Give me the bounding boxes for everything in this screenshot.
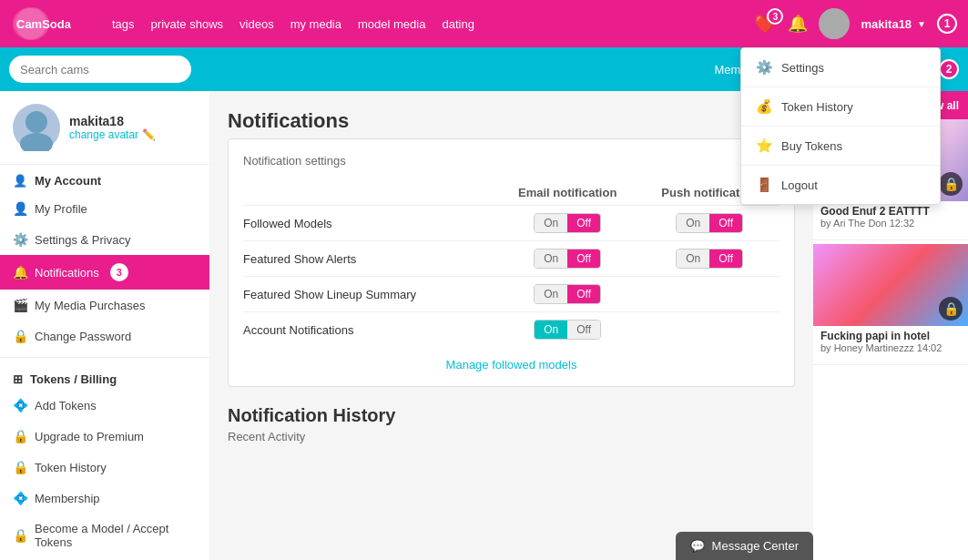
followed-models-email-toggle[interactable]: On Off (534, 213, 601, 233)
page-title: Notifications (228, 109, 795, 133)
main-nav: tags private shows videos my media model… (112, 17, 474, 31)
edit-icon: ✏️ (142, 128, 156, 141)
avatar (819, 8, 850, 39)
featured-lineup-email-toggle[interactable]: On Off (534, 284, 601, 304)
search-input[interactable] (9, 56, 191, 83)
sidebar-password-label: Change Password (35, 330, 131, 343)
dropdown-settings[interactable]: ⚙️ Settings (741, 48, 940, 87)
diamond-icon: 💠 (13, 398, 27, 412)
dropdown-token-history[interactable]: 💰 Token History (741, 87, 940, 127)
email-off-btn[interactable]: Off (567, 321, 600, 339)
lock2-icon: 🔒 (13, 429, 27, 443)
push-off-btn[interactable]: Off (709, 249, 742, 268)
lock-icon-2: 🔒 (939, 297, 963, 321)
logo[interactable]: CamSoda (11, 6, 97, 41)
sidebar-item-become-model[interactable]: 🔒 Become a Model / Accept Tokens (0, 514, 209, 557)
header-right: ❤️ 3 🔔 makita18 ▼ 1 (754, 8, 957, 39)
nav-my-media[interactable]: my media (290, 17, 341, 31)
sidebar-item-my-profile[interactable]: 👤 My Profile (0, 193, 209, 224)
model-icon: 🔒 (13, 528, 27, 543)
svg-point-5 (25, 111, 47, 133)
push-off-btn[interactable]: Off (709, 214, 742, 232)
sidebar-item-settings-privacy[interactable]: ⚙️ Settings & Privacy (0, 224, 209, 255)
email-on-btn[interactable]: On (535, 214, 567, 232)
tokens-billing-section: ⊞ Tokens / Billing (0, 363, 209, 390)
notifications-bell-button[interactable]: 🔔 (788, 14, 808, 34)
email-on-btn[interactable]: On (535, 321, 567, 339)
nav-model-media[interactable]: model media (358, 17, 425, 31)
person-icon: 👤 (13, 174, 27, 188)
username-label: makita18 (861, 17, 912, 31)
dropdown-buy-tokens[interactable]: ⭐ Buy Tokens (741, 127, 940, 166)
push-on-btn[interactable]: On (677, 249, 709, 268)
email-off-btn[interactable]: Off (567, 249, 600, 268)
clip-author-1: by Ari The Don 12:32 (820, 218, 961, 229)
nav-tags[interactable]: tags (112, 17, 135, 31)
sidebar-item-token-history[interactable]: 🔒 Token History (0, 452, 209, 483)
clip-info-2: Fucking papi in hotel by Honey Martinezz… (813, 326, 968, 357)
clip-thumbnail-2[interactable]: 🔒 (813, 244, 968, 326)
my-account-section: 👤 My Account (0, 165, 209, 193)
favorites-button[interactable]: ❤️ 3 (754, 13, 777, 35)
settings-icon: ⚙️ (13, 232, 27, 247)
clip-title-1: Good Enuf 2 EATTTT (820, 205, 961, 218)
gear-icon: ⚙️ (756, 59, 772, 76)
email-on-btn[interactable]: On (535, 249, 567, 268)
sidebar-item-add-tokens[interactable]: 💠 Add Tokens (0, 390, 209, 421)
sidebar-notifications-label: Notifications (35, 266, 99, 280)
sidebar-item-change-password[interactable]: 🔒 Change Password (0, 321, 209, 351)
featured-show-alerts-label: Featured Show Alerts (243, 241, 495, 277)
nav-videos[interactable]: videos (239, 17, 274, 31)
sidebar-settings-label: Settings & Privacy (35, 233, 131, 247)
email-off-btn[interactable]: Off (567, 285, 600, 303)
sidebar: makita18 change avatar ✏️ 👤 My Account 👤… (0, 91, 209, 560)
featured-alerts-push-toggle[interactable]: On Off (676, 249, 743, 269)
sidebar-item-upgrade-premium[interactable]: 🔒 Upgrade to Premium (0, 421, 209, 452)
grid-icon: ⊞ (13, 372, 23, 386)
sidebar-profile-label: My Profile (35, 202, 87, 216)
notification-settings-box: Notification settings Email notification… (228, 138, 795, 387)
membership-icon: 💠 (13, 491, 27, 505)
message-center[interactable]: 💬 Message Center (676, 532, 813, 560)
sidebar-username: makita18 (69, 114, 156, 128)
dropdown-logout-label: Logout (781, 178, 818, 192)
nav-private-shows[interactable]: private shows (151, 17, 223, 31)
nav-dating[interactable]: dating (442, 17, 474, 31)
settings-label: Notification settings (243, 154, 779, 168)
dropdown-menu: ⚙️ Settings 💰 Token History ⭐ Buy Tokens… (740, 47, 941, 205)
lock-icon: 🔒 (939, 172, 963, 196)
clip-author-2: by Honey Martinezzz 14:02 (820, 342, 961, 353)
dropdown-logout[interactable]: 🚪 Logout (741, 166, 940, 204)
sidebar-item-media-purchases[interactable]: 🎬 My Media Purchases (0, 290, 209, 321)
featured-alerts-email-toggle[interactable]: On Off (534, 249, 601, 269)
profile-icon: 👤 (13, 201, 27, 216)
sidebar-add-tokens-label: Add Tokens (35, 399, 97, 412)
token-history-icon: 💰 (756, 98, 772, 115)
table-row: Account Notifications On Off (243, 312, 779, 348)
sidebar-media-label: My Media Purchases (35, 299, 145, 312)
account-notif-email-toggle[interactable]: On Off (534, 320, 601, 340)
sidebar-item-notifications[interactable]: 🔔 Notifications 3 (0, 255, 209, 290)
favorites-badge: 3 (767, 8, 783, 25)
change-avatar-link[interactable]: change avatar (69, 128, 138, 141)
dropdown-token-history-label: Token History (781, 100, 853, 114)
featured-lineup-label: Featured Show Lineup Summary (243, 277, 495, 312)
table-row: Featured Show Alerts On Off On Off (243, 241, 779, 277)
push-on-btn[interactable]: On (677, 214, 709, 232)
dropdown-settings-label: Settings (781, 61, 824, 75)
email-on-btn[interactable]: On (535, 285, 567, 303)
logout-icon: 🚪 (756, 177, 772, 193)
manage-followed-models-link[interactable]: Manage followed models (243, 358, 779, 372)
followed-models-push-toggle[interactable]: On Off (676, 213, 743, 233)
email-off-btn[interactable]: Off (567, 214, 600, 232)
sidebar-item-membership[interactable]: 💠 Membership (0, 483, 209, 514)
step3-badge: 3 (110, 263, 128, 281)
header: CamSoda tags private shows videos my med… (0, 0, 968, 47)
dropdown-buy-tokens-label: Buy Tokens (781, 139, 842, 153)
table-row: Followed Models On Off On Off (243, 206, 779, 241)
followed-models-label: Followed Models (243, 206, 495, 241)
svg-point-4 (823, 28, 845, 39)
user-menu-button[interactable]: makita18 ▼ (861, 17, 926, 31)
message-icon: 💬 (690, 539, 705, 553)
sidebar-membership-label: Membership (35, 492, 100, 505)
